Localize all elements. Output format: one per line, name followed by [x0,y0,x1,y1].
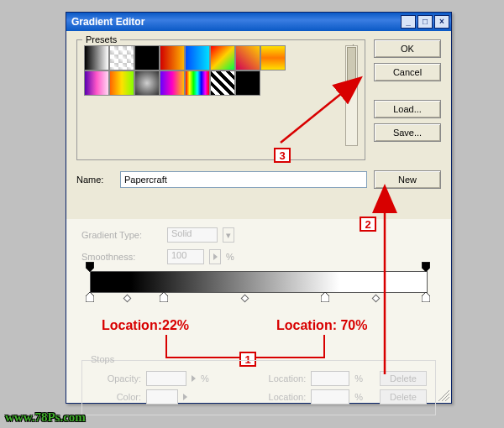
color-stop-icon[interactable] [160,292,168,302]
preset-swatch[interactable] [109,45,134,70]
svg-marker-1 [422,262,430,272]
smoothness-label: Smoothness: [81,252,162,262]
midpoint-diamond-icon[interactable] [372,295,381,303]
color-stop-icon[interactable] [86,292,94,302]
midpoint-diamond-icon[interactable] [241,295,249,303]
color-location-label: Location: [269,392,307,402]
gradient-bar-wrap [81,271,436,293]
gradient-type-label: Gradient Type: [81,230,162,240]
annotation-3: 3 [274,148,291,163]
preset-swatch[interactable] [84,45,109,70]
preset-swatch[interactable] [160,45,185,70]
load-button[interactable]: Load... [374,100,441,118]
annotation-location-70: Location: 70% [276,318,367,333]
color-stop-icon[interactable] [321,292,329,302]
color-location-input[interactable] [311,389,349,405]
presets-scrollbar[interactable] [345,45,358,146]
titlebar[interactable]: Gradient Editor _ □ × [66,13,451,31]
name-label: Name: [76,175,113,185]
chevron-right-icon[interactable] [183,394,187,400]
preset-swatch[interactable] [210,45,235,70]
stop-location-annotations: Location:22% Location: 70% 1 [81,318,436,337]
ok-button[interactable]: OK [374,39,441,58]
annotation-location-22: Location:22% [102,318,189,333]
preset-swatch[interactable] [84,70,109,96]
preset-swatch[interactable] [134,70,160,96]
smoothness-input[interactable]: 100 [167,249,204,264]
side-buttons: OK Cancel Load... Save... [374,39,441,142]
presets-group: Presets ► 3 [76,39,365,160]
svg-marker-2 [86,292,94,302]
color-label: Color: [91,392,141,402]
cancel-button[interactable]: Cancel [374,63,441,81]
preset-swatch[interactable] [134,45,160,70]
delete-opacity-stop-button[interactable]: Delete [380,371,427,386]
resize-grip-icon[interactable] [438,389,449,401]
watermark: www.78Ps.com [5,410,86,425]
svg-marker-4 [321,292,329,302]
svg-marker-5 [422,292,430,302]
preset-swatch[interactable] [260,45,286,70]
midpoint-diamond-icon[interactable] [123,295,132,303]
opacity-unit: % [201,373,209,384]
save-button[interactable]: Save... [374,123,441,142]
color-stop-icon[interactable] [422,292,430,302]
stops-legend: Stops [87,354,118,364]
svg-marker-3 [160,292,168,302]
dialog-content: Presets ► 3 OK Cancel Load... Save... Na… [66,31,451,403]
chevron-down-icon[interactable]: ▾ [223,227,234,243]
preset-swatch[interactable] [160,70,185,96]
smoothness-unit: % [226,252,234,262]
preset-swatch[interactable] [185,70,210,96]
gradient-type-select[interactable]: Solid [167,227,218,243]
chevron-right-icon[interactable] [209,249,221,264]
opacity-location-input[interactable] [311,371,349,386]
preset-swatch[interactable] [185,45,210,70]
opacity-label: Opacity: [91,373,141,384]
opacity-location-label: Location: [269,373,307,384]
opacity-stop-icon[interactable] [86,262,94,272]
name-input[interactable] [120,171,367,188]
preset-swatch[interactable] [109,70,134,96]
delete-color-stop-button[interactable]: Delete [380,389,427,405]
maximize-icon[interactable]: □ [417,15,433,29]
close-icon[interactable]: × [434,15,449,29]
color-swatch-input[interactable] [146,389,178,405]
chevron-right-icon[interactable] [192,375,196,382]
color-location-unit: % [354,392,363,402]
gradient-bar[interactable] [90,271,428,293]
minimize-icon[interactable]: _ [401,15,416,29]
preset-swatch[interactable] [210,70,235,96]
window-title: Gradient Editor [71,16,399,28]
stops-group: Stops Opacity: % Location: % Delete Colo… [81,360,436,415]
presets-legend: Presets [82,34,120,44]
preset-swatch[interactable] [235,70,260,96]
opacity-input[interactable] [146,371,186,386]
svg-marker-0 [86,262,94,272]
preset-swatch[interactable] [235,45,260,70]
opacity-location-unit: % [354,373,363,384]
name-row: Name: New [76,170,441,189]
gradient-editor-dialog: Gradient Editor _ □ × Presets ► 3 OK Can… [66,12,452,404]
new-button[interactable]: New [374,170,441,189]
lower-panel: Gradient Type: Solid ▾ Smoothness: 100 %… [66,219,451,403]
preset-grid [84,45,342,146]
opacity-stop-icon[interactable] [422,262,430,272]
